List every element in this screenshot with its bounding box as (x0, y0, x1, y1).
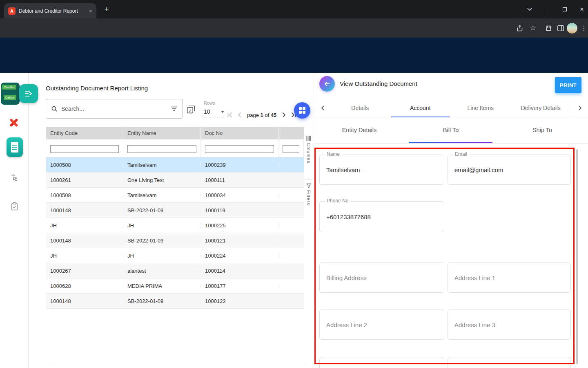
table-row[interactable]: JHJH1000224 (46, 248, 304, 263)
tabs-scroll-left-icon[interactable] (317, 98, 329, 117)
table-header-row: Entity Code Entity Name Doc No (46, 127, 304, 139)
subtab-bill-to[interactable]: Bill To (405, 117, 497, 143)
table-row[interactable]: 1000148SB-2022-01-091000121 (46, 233, 304, 248)
copy-page-icon[interactable]: 2 (186, 104, 196, 116)
filter-input-doc-no[interactable] (205, 145, 274, 153)
bookmark-star-icon[interactable]: ☆ (527, 18, 539, 38)
tab-search-chevron-icon[interactable] (523, 0, 536, 18)
table-row[interactable]: 1000508Tamilselvam1000034 (46, 188, 304, 203)
subtab-entity-details[interactable]: Entity Details (314, 117, 405, 143)
table-row[interactable]: 1000628MEDIA PRIMA1000177 (46, 278, 304, 294)
columns-label: Columns (306, 143, 311, 163)
tab-line-items[interactable]: Line Items (450, 98, 511, 117)
creditor-tag: Creditor (2, 85, 16, 90)
tab-title: Debtor and Creditor Report (19, 8, 86, 14)
window-maximize-button[interactable] (559, 0, 571, 18)
share-icon[interactable] (514, 18, 526, 38)
name-input[interactable] (320, 155, 444, 184)
column-header-extra (278, 127, 304, 139)
menu-arrow-icon (24, 89, 33, 98)
red-app-icon[interactable] (8, 117, 20, 128)
name-field: Name (319, 155, 444, 185)
print-button[interactable]: PRINT (555, 77, 581, 93)
app-header: akaun (0, 38, 588, 73)
window-close-button[interactable]: × (576, 0, 588, 18)
email-input[interactable] (448, 155, 570, 184)
clipboard-check-icon[interactable] (9, 201, 19, 211)
table-row[interactable]: 1000148SB-2022-01-091000122 (46, 294, 304, 309)
rows-label: Rows (204, 101, 224, 105)
expand-menu-button[interactable] (19, 84, 38, 103)
first-page-icon[interactable] (225, 110, 234, 119)
listing-title: Outstanding Document Report Listing (46, 85, 148, 92)
back-button[interactable] (319, 76, 335, 92)
browser-tab[interactable]: A Debtor and Creditor Report × (4, 3, 96, 18)
column-header-entity-code[interactable]: Entity Code (46, 127, 123, 139)
teal-applet-icon[interactable] (7, 137, 23, 157)
name-label: Name (325, 151, 342, 157)
phone-input[interactable] (320, 202, 444, 232)
filter-list-icon[interactable] (171, 106, 178, 112)
next-page-icon[interactable] (279, 110, 288, 119)
detail-tabs: Details Account Line Items Delivery Deta… (330, 98, 571, 117)
current-page: 1 (261, 112, 263, 118)
detail-title: View Outstanding Document (340, 80, 417, 87)
arrow-left-icon (323, 80, 331, 88)
table-row[interactable]: 1000261One Living Test1000111 (46, 173, 304, 188)
phone-label: Phone No (325, 198, 350, 204)
grid-view-button[interactable] (294, 102, 310, 119)
total-pages: 45 (271, 112, 276, 118)
form-scrollbar[interactable] (576, 149, 578, 364)
cursor-click-icon[interactable] (9, 173, 19, 182)
browser-toolbar: ← → ↻ akaun.cloud/#/applet/tnt/wavelet/e… (0, 18, 588, 38)
billing-address-input[interactable] (320, 263, 444, 292)
filters-label: Filters (306, 190, 311, 205)
filter-input-extra[interactable] (283, 145, 299, 153)
subtab-ship-to[interactable]: Ship To (497, 117, 588, 143)
columns-icon (306, 136, 311, 141)
chevron-down-icon (221, 111, 224, 113)
columns-panel-toggle[interactable]: Columns (305, 136, 312, 163)
filter-input-entity-name[interactable] (127, 145, 196, 153)
address-line-2-input[interactable] (320, 310, 444, 339)
address-line-3-field (448, 310, 571, 340)
tabs-scroll-right-icon[interactable] (571, 98, 588, 117)
browser-profile-avatar[interactable] (566, 18, 578, 38)
rows-per-page-select[interactable]: Rows 10 (204, 101, 224, 117)
address-line-1-input[interactable] (448, 263, 570, 292)
search-icon (51, 105, 58, 112)
billing-address-field (319, 263, 444, 293)
tab-account[interactable]: Account (390, 98, 451, 117)
table-row[interactable]: 1000148SB-2022-01-091000119 (46, 203, 304, 218)
table-row[interactable]: 1000267alantest1000114 (46, 263, 304, 278)
column-header-doc-no[interactable]: Doc No (201, 127, 278, 139)
window-minimize-button[interactable]: – (541, 0, 553, 18)
search-box (46, 99, 183, 119)
table-row[interactable]: JHJH1000225 (46, 218, 304, 233)
tab-details[interactable]: Details (330, 98, 390, 117)
table-filter-row (46, 139, 304, 157)
address-line-2-field (319, 310, 444, 340)
table-row[interactable]: 1000508Tamilselvam1000239 (46, 157, 304, 173)
side-panel-icon[interactable] (555, 18, 567, 38)
tab-delivery-details[interactable]: Delivery Details (511, 98, 571, 117)
new-tab-button[interactable]: + (101, 4, 112, 15)
screen: A Debtor and Creditor Report × + – × ← →… (0, 0, 588, 368)
previous-page-icon[interactable] (235, 110, 244, 119)
filter-input-entity-code[interactable] (50, 145, 119, 153)
address-field-partial (319, 357, 444, 368)
extensions-puzzle-icon[interactable] (542, 18, 555, 38)
email-field: Email (448, 155, 571, 185)
debtor-tag: Debtor (4, 95, 16, 100)
tab-close-icon[interactable]: × (89, 8, 92, 14)
tab-favicon: A (8, 7, 16, 15)
address-line-3-input[interactable] (448, 310, 570, 339)
report-table: Entity Code Entity Name Doc No 1000508Ta… (46, 127, 304, 365)
filters-panel-toggle[interactable]: Filters (305, 183, 312, 205)
pagination: page 1 of 45 (225, 109, 298, 121)
search-input[interactable] (61, 105, 167, 112)
page-indicator: page 1 of 45 (247, 112, 276, 118)
browser-tab-strip: A Debtor and Creditor Report × + – × (0, 0, 588, 18)
column-header-entity-name[interactable]: Entity Name (123, 127, 201, 139)
browser-menu-kebab-icon[interactable]: ⋮ (579, 18, 588, 38)
